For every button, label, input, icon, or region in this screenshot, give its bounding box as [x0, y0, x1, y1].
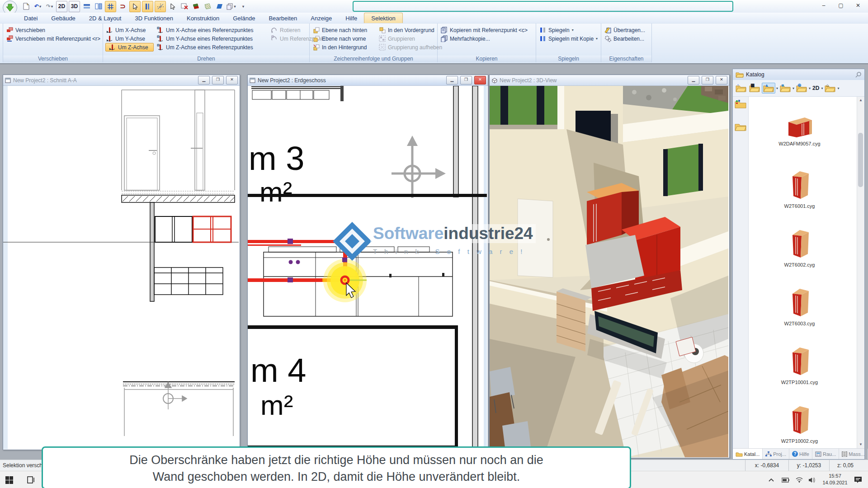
taskbar-clock[interactable]: 15:57 14.09.2021 [817, 473, 853, 486]
minimize-window-button[interactable]: ▁ [198, 76, 210, 84]
copy-pages-icon[interactable]: ▾ [226, 1, 236, 12]
start-button[interactable] [4, 474, 14, 485]
um-z-achse-button[interactable]: Um Z-Achse [105, 43, 154, 52]
tab-datei[interactable]: Datei [17, 13, 44, 23]
restore-window-button[interactable]: ❐ [460, 76, 472, 84]
parallel-guides-icon[interactable] [142, 1, 153, 12]
bearbeiten-button[interactable]: Bearbeiten... [601, 34, 651, 43]
close-window-button[interactable]: ✕ [716, 76, 727, 84]
tab-katalog[interactable]: Katal... [733, 449, 763, 459]
close-window-icon[interactable] [179, 1, 189, 12]
dropdown-arrow-icon[interactable]: ▾ [776, 86, 778, 90]
verschieben-mit-referenzpunkt-button[interactable]: Verschieben mit Referenzpunkt <r> [3, 34, 103, 43]
mehrfachkopie-button[interactable]: Mehrfachkopie... [438, 34, 536, 43]
pointer-icon[interactable] [167, 1, 178, 12]
parallelogram-icon[interactable] [214, 1, 225, 12]
folder-house-icon[interactable]: ⌂ [824, 83, 836, 93]
in-den-hintergrund-button[interactable]: In den Hintergrund [310, 43, 376, 52]
dropdown-arrow-icon[interactable]: ▾ [837, 86, 839, 90]
volume-icon[interactable] [807, 474, 817, 485]
task-view-icon[interactable] [25, 474, 36, 485]
catalog-2d-icon[interactable]: 2D [811, 84, 820, 92]
2d-view-icon[interactable]: 2D [56, 1, 67, 12]
scroll-down-icon[interactable]: ▼ [857, 441, 864, 448]
tab-selektion[interactable]: Selektion [364, 13, 402, 23]
catalog-item[interactable]: W2TP10002.cyg [749, 404, 850, 444]
tab-gebaeude[interactable]: Gebäude [44, 13, 82, 23]
schnitt-canvas[interactable] [3, 86, 240, 449]
tab-hilfe[interactable]: Hilfe [339, 13, 364, 23]
split-vertical-icon[interactable] [93, 1, 104, 12]
restore-window-button[interactable]: ❐ [702, 76, 713, 84]
gruppierung-aufheben-button[interactable]: Gruppierung aufheben [376, 43, 438, 52]
folder-web-icon[interactable]: ⊕ [795, 83, 808, 93]
um-x-achse-button[interactable]: Um X-Achse [103, 26, 154, 34]
select-mode-icon[interactable] [129, 1, 141, 12]
rotieren-button[interactable]: Rotieren [268, 26, 310, 34]
axis-snap-icon[interactable] [155, 1, 166, 12]
3d-view-icon[interactable]: 3D [69, 1, 80, 12]
um-x-achse-referenzpunkt-button[interactable]: Um X-Achse eines Referenzpunktes [154, 26, 268, 34]
folder-plain-icon[interactable] [735, 122, 746, 133]
pin-icon[interactable] [855, 71, 862, 78]
tab-2d-layout[interactable]: 2D & Layout [82, 13, 128, 23]
folder-up-icon[interactable]: ↑ [735, 83, 747, 93]
close-button[interactable]: ✕ [851, 1, 865, 10]
tray-chevron-icon[interactable] [766, 474, 777, 485]
verschieben-button[interactable]: Verschieben [3, 26, 103, 34]
tab-bearbeiten[interactable]: Bearbeiten [262, 13, 304, 23]
minimize-button[interactable]: – [816, 1, 831, 10]
tab-raumplaner[interactable]: Rau... [812, 449, 839, 459]
catalog-scrollbar[interactable]: ▲ ▼ [857, 97, 864, 448]
redo-icon[interactable]: ↷▾ [44, 1, 55, 12]
battery-icon[interactable] [780, 474, 791, 485]
tab-konstruktion[interactable]: Konstruktion [180, 13, 226, 23]
in-den-vordergrund-button[interactable]: In den Vordergrund [376, 26, 438, 34]
folder-materials-icon[interactable]: ■ [779, 83, 792, 93]
tab-projekt[interactable]: Proj... [763, 449, 789, 459]
new-document-icon[interactable] [21, 1, 31, 12]
window-schnitt-titlebar[interactable]: New Project2 : Schnitt A-A ▁ ❐ ✕ [3, 75, 240, 86]
tab-3d-funktionen[interactable]: 3D Funktionen [128, 13, 180, 23]
catalog-item[interactable]: W2T6001.cyg [749, 169, 850, 209]
texture-flag-hatched-icon[interactable] [203, 1, 213, 12]
folder-objects-icon[interactable]: ▲ [762, 83, 775, 94]
magnet-snap-icon[interactable]: ⊃ [118, 1, 128, 12]
um-z-achse-referenzpunkt-button[interactable]: Um Z-Achse eines Referenzpunktes [154, 43, 268, 52]
toolbar-overflow-icon[interactable]: ▾ [238, 1, 248, 12]
tab-gelaende[interactable]: Gelände [226, 13, 262, 23]
dropdown-arrow-icon[interactable]: ▾ [793, 86, 794, 90]
dropdown-arrow-icon[interactable]: ▾ [821, 86, 823, 90]
ebene-nach-vorne-button[interactable]: Ebene nach vorne [310, 34, 376, 43]
grid-snap-icon[interactable] [105, 1, 116, 12]
close-window-button[interactable]: ✕ [226, 76, 238, 84]
window-erdgeschoss-titlebar[interactable]: New Project2 : Erdgeschoss ▁ ❐ ✕ [248, 75, 488, 86]
catalog-item[interactable]: W2DAFM9057.cyg [749, 115, 850, 146]
uebertragen-button[interactable]: Übertragen... [601, 26, 651, 34]
maximize-button[interactable]: ▢ [834, 1, 848, 10]
tab-anzeige[interactable]: Anzeige [304, 13, 339, 23]
scrollbar-thumb[interactable] [858, 133, 863, 187]
kopieren-mit-referenzpunkt-button[interactable]: Kopieren mit Referenzpunkt <c> [438, 26, 536, 34]
wifi-icon[interactable] [794, 474, 805, 485]
tab-hilfe[interactable]: ?Hilfe [789, 449, 812, 459]
scroll-up-icon[interactable]: ▲ [857, 97, 864, 104]
um-y-achse-button[interactable]: Um Y-Achse [103, 34, 154, 43]
folder-colored-icon[interactable] [735, 99, 746, 110]
spiegeln-button[interactable]: Spiegeln▾ [536, 26, 601, 34]
gruppieren-button[interactable]: Gruppieren [376, 34, 438, 43]
catalog-item[interactable]: W2TP10001.cyg [749, 345, 850, 385]
texture-flag-icon[interactable] [191, 1, 201, 12]
tab-massliste[interactable]: Mass... [839, 449, 868, 459]
spiegeln-mit-kopie-button[interactable]: Spiegeln mit Kopie▾ [536, 34, 601, 43]
action-center-icon[interactable] [853, 474, 863, 485]
folder-window-icon[interactable]: ▦ [748, 83, 761, 93]
restore-window-button[interactable]: ❐ [212, 76, 224, 84]
minimize-window-button[interactable]: ▁ [688, 76, 699, 84]
3d-canvas[interactable] [490, 86, 729, 457]
ebene-nach-hinten-button[interactable]: Ebene nach hinten [310, 26, 376, 34]
catalog-titlebar[interactable]: Katalog [733, 69, 864, 80]
um-y-achse-referenzpunkt-button[interactable]: Um Y-Achse eines Referenzpunktes [154, 34, 268, 43]
undo-icon[interactable]: ↶▾ [33, 1, 43, 12]
um-referenzpunkt-button[interactable]: Um Referenzpunkt [268, 34, 310, 43]
